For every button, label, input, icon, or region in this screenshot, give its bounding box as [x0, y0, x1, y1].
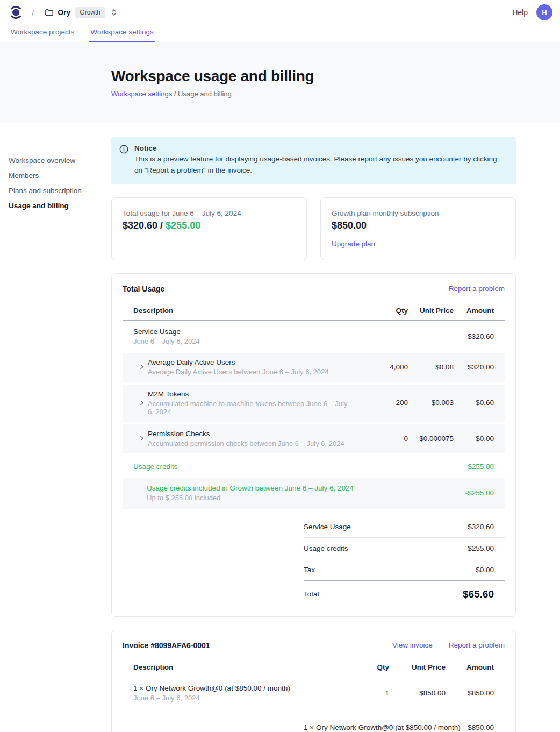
- settings-sidebar: Workspace overview Members Plans and sub…: [9, 157, 100, 217]
- total-usage-card: Total usage for June 6 – July 6, 2024 $3…: [111, 197, 307, 260]
- invoice-table-header: Description Qty Unit Price Amount: [123, 658, 505, 677]
- upgrade-plan-link[interactable]: Upgrade plan: [332, 240, 375, 248]
- table-row[interactable]: Permission ChecksAccumulated permission …: [123, 424, 505, 453]
- page-title: Workspace usage and billing: [111, 68, 560, 85]
- total-usage-table-card: Total Usage Report a problem Description…: [111, 273, 516, 617]
- usage-credit-value: $255.00: [166, 220, 200, 231]
- usage-table-header: Description Qty Unit Price Amount: [123, 302, 505, 321]
- sidebar-item-usage-and-billing[interactable]: Usage and billing: [9, 202, 100, 210]
- chevron-right-icon[interactable]: [139, 363, 145, 371]
- workspace-name: Ory: [58, 8, 70, 17]
- invoice-title: Invoice #8099AFA6-0001: [123, 641, 210, 650]
- summary-row: 1 × Ory Network Growth@0 (at $850.00 / m…: [304, 717, 505, 732]
- tab-workspace-projects[interactable]: Workspace projects: [10, 25, 75, 42]
- workspace-tabbar: Workspace projects Workspace settings: [0, 25, 560, 42]
- table-row[interactable]: M2M TokensAccumulated machine-to-machine…: [123, 385, 505, 422]
- table-row[interactable]: Average Daily Active UsersAverage Daily …: [123, 353, 505, 382]
- summary-total-row: Total$65.60: [304, 581, 505, 603]
- plan-label: Growth plan monthly subscription: [332, 209, 505, 217]
- table-row: Service UsageJune 6 – July 6, 2024 $320.…: [123, 321, 505, 353]
- plan-amount: $850.00: [332, 220, 505, 231]
- notice-title: Notice: [134, 144, 503, 152]
- summary-row: Service Usage$320.60: [304, 516, 505, 538]
- summary-row: Tax$0.00: [304, 559, 505, 581]
- breadcrumb-current: / Usage and billing: [172, 90, 232, 98]
- main-content: Notice This is a preview feature for dis…: [111, 137, 516, 732]
- usage-summary: Service Usage$320.60 Usage credits-$255.…: [304, 516, 505, 603]
- folder-icon: [45, 8, 53, 17]
- breadcrumb: Workspace settings / Usage and billing: [111, 90, 560, 98]
- info-icon: [119, 145, 128, 154]
- tab-workspace-settings[interactable]: Workspace settings: [89, 25, 155, 42]
- table-row: Usage credits included in Growth between…: [123, 478, 505, 509]
- total-usage-label: Total usage for June 6 – July 6, 2024: [123, 209, 296, 217]
- report-problem-link-usage[interactable]: Report a problem: [449, 285, 505, 293]
- view-invoice-link[interactable]: View invoice: [392, 641, 433, 649]
- sidebar-item-plans-and-subscription[interactable]: Plans and subscription: [9, 187, 100, 195]
- unfold-more-icon[interactable]: [111, 9, 117, 16]
- top-bar: / Ory Growth Help H: [0, 0, 560, 25]
- page-header: Workspace usage and billing Workspace se…: [0, 42, 560, 123]
- summary-row: Usage credits-$255.00: [304, 538, 505, 559]
- table-row: Usage credits -$255.00: [123, 456, 505, 478]
- sidebar-item-members[interactable]: Members: [9, 172, 100, 180]
- chevron-right-icon[interactable]: [139, 435, 145, 442]
- plan-subscription-card: Growth plan monthly subscription $850.00…: [320, 197, 516, 260]
- workspace-switcher[interactable]: Ory Growth: [45, 7, 117, 18]
- notice-body: This is a preview feature for displaying…: [134, 154, 503, 176]
- sidebar-item-workspace-overview[interactable]: Workspace overview: [9, 157, 100, 165]
- ory-logo-icon[interactable]: [10, 5, 22, 20]
- chevron-right-icon[interactable]: [139, 399, 145, 407]
- invoice-table-card: Invoice #8099AFA6-0001 View invoice Repo…: [111, 630, 516, 732]
- notice-banner: Notice This is a preview feature for dis…: [111, 137, 516, 184]
- invoice-summary: 1 × Ory Network Growth@0 (at $850.00 / m…: [304, 717, 505, 732]
- help-link[interactable]: Help: [512, 8, 528, 17]
- usage-table-title: Total Usage: [123, 285, 164, 293]
- table-row: 1 × Ory Network Growth@0 (at $850.00 / m…: [123, 677, 505, 709]
- plan-badge: Growth: [75, 7, 105, 18]
- report-problem-link-invoice[interactable]: Report a problem: [449, 641, 505, 649]
- breadcrumb-workspace-settings-link[interactable]: Workspace settings: [111, 90, 172, 98]
- total-usage-value: $320.60 / $255.00: [123, 220, 296, 231]
- breadcrumb-separator: /: [32, 8, 34, 17]
- user-avatar[interactable]: H: [536, 4, 552, 20]
